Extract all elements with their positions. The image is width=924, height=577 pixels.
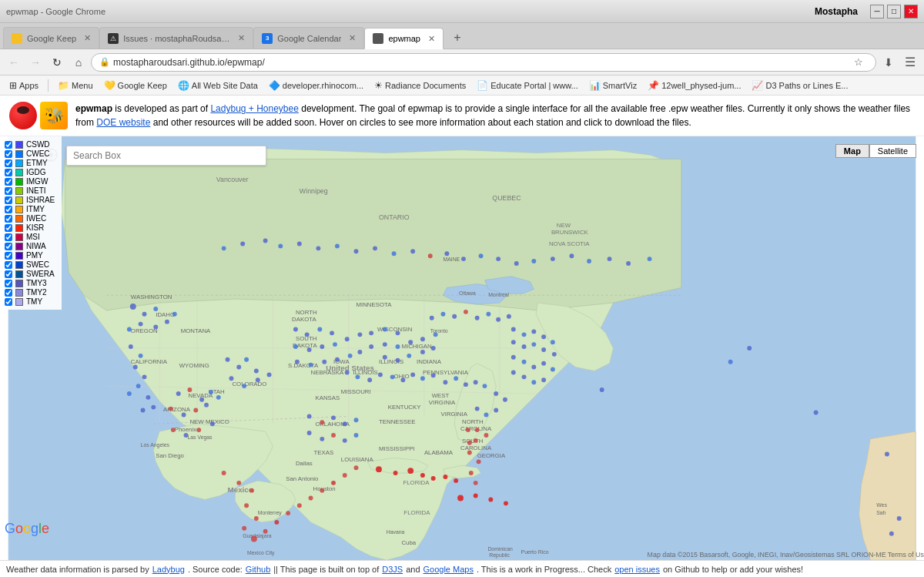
forward-button[interactable]: → — [26, 53, 45, 72]
download-button[interactable]: ⬇ — [879, 53, 898, 72]
bookmark-radiance[interactable]: ☀ Radiance Documents — [371, 79, 469, 92]
googlemaps-link[interactable]: Google Maps — [424, 565, 474, 574]
legend-checkbox-cwec[interactable] — [5, 150, 12, 158]
bookmark-google-keep[interactable]: 💛 Google Keep — [101, 79, 170, 92]
svg-point-229 — [354, 433, 359, 438]
legend-item[interactable]: IWEC — [5, 214, 57, 223]
svg-point-263 — [244, 503, 249, 508]
tab-google-keep[interactable]: Google Keep ✕ — [3, 27, 99, 49]
legend-checkbox-etmy[interactable] — [5, 159, 12, 167]
bookmark-apps[interactable]: ⊞ Apps — [6, 79, 42, 92]
legend-item[interactable]: KISR — [5, 223, 57, 232]
legend-item[interactable]: TMY — [5, 297, 57, 306]
legend-checkbox-tmy3[interactable] — [5, 280, 12, 287]
svg-point-222 — [331, 415, 336, 420]
tab-close-issues[interactable]: ✕ — [238, 33, 245, 43]
open-issues-link[interactable]: open issues — [614, 565, 660, 574]
svg-point-154 — [335, 357, 340, 362]
bookmark-d3paths[interactable]: 📈 D3 Paths or Lines E... — [748, 79, 851, 92]
tab-close-epwmap[interactable]: ✕ — [428, 34, 435, 44]
map-container[interactable]: ONTARIO QUEBEC NEW BRUNSWICK NOVA SCOTIA… — [0, 136, 924, 560]
back-button[interactable]: ← — [5, 53, 23, 72]
map-attribution-text: Map data ©2015 Basarsoft, Google, INEGI,… — [648, 551, 924, 559]
legend-checkbox-swec[interactable] — [5, 261, 12, 269]
address-bar[interactable]: 🔒 mostapharoudsari.github.io/epwmap/ ☆ — [91, 53, 876, 72]
settings-button[interactable]: ☰ — [901, 53, 919, 72]
legend-item[interactable]: TMY3 — [5, 279, 57, 287]
ladybug-honeybee-link[interactable]: Ladybug + Honeybee — [210, 103, 298, 114]
bookmark-apps-label: Apps — [19, 81, 38, 90]
legend-item[interactable]: CWEC — [5, 149, 57, 158]
legend-checkbox-iwec[interactable] — [5, 215, 12, 223]
legend-item[interactable]: INETI — [5, 186, 57, 195]
home-button[interactable]: ⌂ — [69, 53, 88, 72]
legend-checkbox-imgw[interactable] — [5, 178, 12, 186]
svg-point-133 — [226, 357, 230, 362]
new-tab-button[interactable]: + — [447, 27, 468, 49]
legend-item[interactable]: ETMY — [5, 159, 57, 167]
legend-item[interactable]: SWERA — [5, 270, 57, 278]
window-controls[interactable]: ─ □ ✕ — [870, 5, 918, 18]
legend-checkbox-kisr[interactable] — [5, 224, 12, 232]
legend-item[interactable]: NIWA — [5, 242, 57, 250]
legend-item[interactable]: IGDG — [5, 168, 57, 176]
minimize-button[interactable]: ─ — [870, 5, 884, 18]
bookmark-educate[interactable]: 📄 Educate Portal | www... — [474, 79, 581, 92]
bookmark-smartviz[interactable]: 📊 SmartViz — [586, 79, 640, 92]
legend-checkbox-msi[interactable] — [5, 233, 12, 241]
svg-point-297 — [897, 516, 902, 521]
legend-checkbox-ineti[interactable] — [5, 187, 12, 195]
svg-text:Mexico City: Mexico City — [247, 550, 275, 556]
tab-close-calendar[interactable]: ✕ — [349, 33, 356, 43]
bookmark-star-button[interactable]: ☆ — [849, 53, 868, 72]
maximize-button[interactable]: □ — [887, 5, 901, 18]
legend-item[interactable]: ISHRAE — [5, 196, 57, 204]
ladybug-footer-link[interactable]: Ladybug — [152, 565, 185, 574]
legend-checkbox-tmy2[interactable] — [5, 289, 12, 297]
svg-point-166 — [383, 355, 387, 360]
legend-checkbox-igdg[interactable] — [5, 169, 12, 176]
legend-item[interactable]: TMY2 — [5, 288, 57, 297]
map-view-button[interactable]: Map — [835, 144, 869, 158]
github-link[interactable]: Github — [246, 565, 270, 574]
legend-item[interactable]: SWEC — [5, 260, 57, 269]
tab-close-keep[interactable]: ✕ — [84, 33, 91, 43]
svg-point-272 — [320, 488, 324, 493]
bookmark-12well[interactable]: 📌 12well_physed-jum... — [644, 79, 744, 92]
legend-checkbox-itmy[interactable] — [5, 206, 12, 213]
svg-point-195 — [522, 374, 527, 379]
svg-text:ONTARIO: ONTARIO — [379, 213, 410, 221]
bookmarks-bar: ⊞ Apps 📁 Menu 💛 Google Keep 🌐 All Web Si… — [0, 75, 924, 96]
legend-checkbox-pmy[interactable] — [5, 252, 12, 260]
tab-google-calendar[interactable]: 3 Google Calendar ✕ — [253, 27, 364, 49]
reload-button[interactable]: ↻ — [48, 53, 66, 72]
svg-point-271 — [309, 496, 313, 501]
search-input[interactable] — [66, 146, 266, 166]
satellite-view-button[interactable]: Satellite — [869, 144, 916, 158]
svg-text:PENNSYLVANIA: PENNSYLVANIA — [423, 369, 469, 376]
bookmark-all-web-site[interactable]: 🌐 All Web Site Data — [175, 79, 261, 92]
bookmark-developer-rhino[interactable]: 🔷 developer.rhinocom... — [266, 79, 367, 92]
legend-checkbox-tmy[interactable] — [5, 298, 12, 306]
legend-item[interactable]: ITMY — [5, 205, 57, 213]
tab-epwmap[interactable]: epwmap ✕ — [364, 28, 444, 49]
legend-checkbox-swera[interactable] — [5, 270, 12, 278]
svg-point-253 — [531, 259, 536, 263]
legend-item[interactable]: PMY — [5, 251, 57, 260]
close-button[interactable]: ✕ — [904, 5, 918, 18]
bookmark-menu[interactable]: 📁 Menu — [55, 79, 96, 92]
legend-checkbox-cswd[interactable] — [5, 141, 12, 149]
tab-issues[interactable]: ⚠ Issues · mostaphaRoudsari... ✕ — [99, 27, 253, 49]
svg-point-209 — [464, 382, 468, 387]
legend-item[interactable]: CSWD — [5, 140, 57, 149]
legend-item[interactable]: MSI — [5, 233, 57, 241]
svg-text:Toronto: Toronto — [430, 328, 448, 334]
svg-point-106 — [139, 322, 143, 327]
legend-checkbox-niwa[interactable] — [5, 243, 12, 250]
d3js-link[interactable]: D3JS — [382, 565, 403, 574]
legend-checkbox-ishrae[interactable] — [5, 196, 12, 204]
doe-link[interactable]: DOE website — [96, 117, 150, 128]
legend-item[interactable]: IMGW — [5, 177, 57, 186]
legend-label: SWERA — [26, 270, 55, 278]
footer-text-before-ladybug: Weather data information is parsed by — [6, 565, 149, 574]
